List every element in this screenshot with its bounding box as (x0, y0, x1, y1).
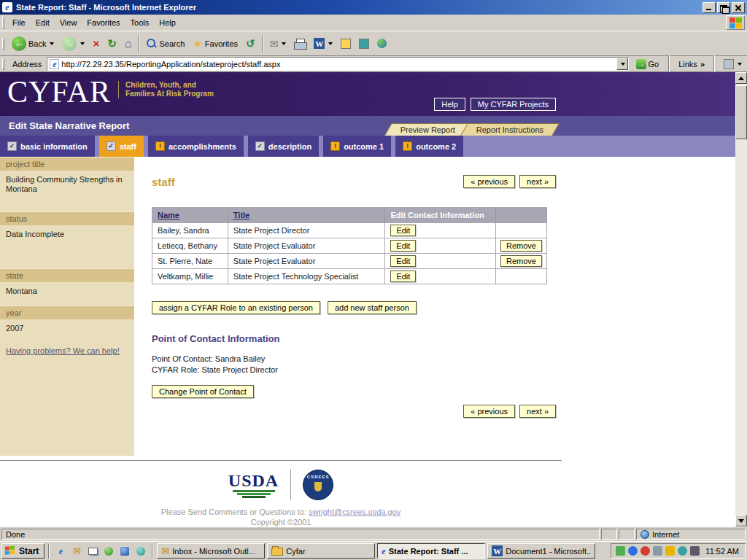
restore-button[interactable] (717, 2, 730, 13)
edit-button[interactable]: Edit (390, 255, 416, 267)
sort-by-name-link[interactable]: Name (158, 211, 179, 219)
favorites-label: Favorites (205, 39, 238, 48)
preview-report-tab[interactable]: Preview Report (385, 123, 472, 136)
toolbar-grip[interactable] (2, 38, 4, 50)
close-button[interactable] (732, 2, 745, 13)
help-link[interactable]: Having problems? We can help! (6, 346, 120, 355)
change-poc-button[interactable]: Change Point of Contact (152, 385, 254, 398)
vertical-scrollbar[interactable] (735, 72, 747, 526)
mail-dropdown-caret[interactable] (282, 42, 286, 45)
stop-button[interactable]: × (89, 33, 103, 55)
report-instructions-tab[interactable]: Report Instructions (460, 123, 560, 136)
home-button[interactable]: ⌂ (121, 33, 136, 55)
address-dropdown-button[interactable] (616, 58, 628, 70)
print-button[interactable] (290, 33, 309, 55)
back-button[interactable]: ← Back (8, 33, 58, 55)
previous-button[interactable]: « previous (463, 175, 515, 188)
tab-description[interactable]: ✓ description (248, 136, 319, 157)
edit-dropdown-caret[interactable] (328, 42, 333, 45)
back-dropdown-caret[interactable] (50, 42, 54, 45)
tab-staff[interactable]: ✓ staff (99, 136, 144, 157)
taskbar-item-cyfar-folder[interactable]: Cyfar (267, 543, 375, 559)
windows-flag-icon (5, 545, 16, 556)
favorites-button[interactable]: ★ Favorites (189, 33, 241, 55)
address-input[interactable] (61, 58, 616, 69)
csrees-logo-text: CSREES (303, 475, 333, 479)
remove-button[interactable]: Remove (500, 255, 542, 267)
quicklaunch-show-desktop-icon[interactable] (85, 544, 100, 559)
taskbar-item-outlook-inbox[interactable]: ✉ Inbox - Microsoft Outl... (157, 543, 265, 559)
footer-logos: USDA CSREES (0, 470, 562, 500)
sort-by-title-link[interactable]: Title (233, 211, 249, 219)
check-icon: ✓ (7, 141, 17, 151)
quicklaunch-icon-5[interactable] (117, 544, 132, 559)
research-button[interactable] (355, 33, 373, 55)
links-button[interactable]: Links » (675, 60, 708, 69)
messenger-icon (377, 39, 387, 48)
alert-icon: ! (330, 141, 340, 151)
menu-edit[interactable]: Edit (31, 15, 55, 30)
start-button[interactable]: Start (1, 543, 44, 559)
help-button[interactable]: Help (434, 98, 465, 111)
section-heading: staff (152, 176, 175, 188)
edit-button[interactable]: Edit (390, 271, 416, 282)
mail-button[interactable]: ✉ (266, 33, 290, 55)
tray-icon-4[interactable] (653, 546, 662, 556)
tab-basic-information[interactable]: ✓ basic information (0, 136, 95, 157)
forward-dropdown-caret[interactable] (80, 42, 85, 45)
quicklaunch-icon-6[interactable] (133, 544, 148, 559)
staff-title: State Project Director (228, 223, 386, 238)
refresh-button[interactable]: ↻ (104, 33, 120, 55)
tray-icon-3[interactable] (640, 546, 650, 556)
address-field[interactable]: e (47, 57, 628, 71)
scroll-down-button[interactable] (735, 515, 747, 526)
tab-outcome-1[interactable]: ! outcome 1 (323, 136, 391, 157)
menu-help[interactable]: Help (154, 15, 181, 30)
search-button[interactable]: Search (142, 33, 188, 55)
scrollbar-thumb[interactable] (735, 85, 747, 139)
edit-button[interactable]: Edit (390, 225, 416, 236)
remove-button[interactable]: Remove (500, 240, 542, 252)
assign-role-button[interactable]: assign a CYFAR Role to an existing perso… (152, 301, 320, 314)
next-button-bottom[interactable]: next » (519, 405, 556, 418)
quicklaunch-ie-icon[interactable]: e (53, 544, 68, 559)
tray-icon-6[interactable] (678, 546, 687, 556)
menu-file[interactable]: File (7, 15, 31, 30)
go-icon: → (636, 59, 646, 69)
notes-button[interactable] (337, 33, 355, 55)
comments-email-link[interactable]: swright@csrees.usda.gov (309, 508, 400, 516)
go-button[interactable]: → Go (632, 58, 664, 70)
messenger-button[interactable] (374, 33, 390, 55)
history-button[interactable]: ↺ (242, 33, 259, 55)
menu-grip[interactable] (2, 17, 4, 28)
scroll-up-button[interactable] (735, 72, 747, 84)
edit-button[interactable]: Edit (390, 240, 416, 252)
quicklaunch-outlook-icon[interactable]: ✉ (69, 544, 84, 559)
page-favicon: e (50, 59, 59, 69)
forward-button[interactable]: → (58, 33, 88, 55)
minimize-button[interactable] (703, 2, 716, 13)
tab-accomplishments[interactable]: ! accomplishments (148, 136, 244, 157)
sidebar-section-project-title: project title Building Community Strengt… (0, 157, 134, 200)
taskbar-item-state-report[interactable]: e State Report: Staff ... (377, 543, 485, 559)
quicklaunch-icon-4[interactable] (101, 544, 116, 559)
my-cyfar-projects-button[interactable]: My CYFAR Projects (471, 98, 556, 111)
tray-icon-7[interactable] (690, 546, 700, 556)
tab-outcome-2[interactable]: ! outcome 2 (395, 136, 463, 157)
menu-favorites[interactable]: Favorites (82, 15, 125, 30)
add-staff-button[interactable]: add new staff person (328, 301, 417, 314)
next-button[interactable]: next » (519, 175, 556, 188)
toolbar-options-dropdown[interactable] (720, 59, 746, 69)
previous-button-bottom[interactable]: « previous (463, 405, 515, 418)
menu-view[interactable]: View (55, 15, 82, 30)
cyfar-tagline: Children, Youth, and Families At Risk Pr… (118, 81, 214, 98)
taskbar-item-word-document[interactable]: W Document1 - Microsoft... (487, 543, 595, 559)
sidebar-label-state: state (0, 268, 134, 282)
menu-tools[interactable]: Tools (125, 15, 155, 30)
tray-icon-1[interactable] (616, 546, 625, 556)
word-icon: W (492, 545, 503, 556)
edit-with-word-button[interactable]: W (310, 33, 336, 55)
tray-icon-2[interactable] (628, 546, 638, 556)
tray-icon-5[interactable] (665, 546, 675, 556)
address-grip[interactable] (2, 58, 4, 70)
